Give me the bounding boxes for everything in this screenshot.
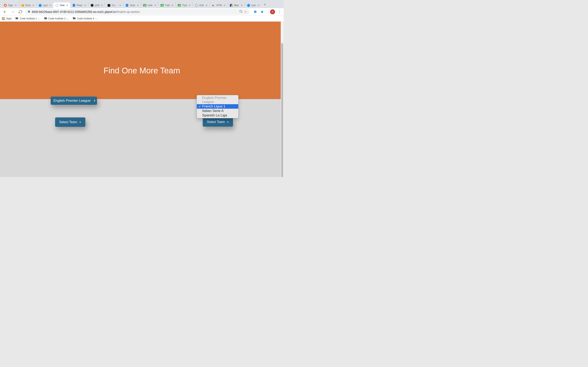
tab-close-icon[interactable]: ×	[188, 4, 191, 7]
browser-tab[interactable]: Ljun ×	[245, 2, 262, 8]
browser-tab[interactable]: Sign ×	[2, 2, 19, 8]
address-bar[interactable]: 8000-b6226aea-0697-47d5-9212-205fa6651fb…	[25, 9, 250, 15]
tab-favicon	[39, 4, 42, 7]
browser-tab[interactable]: Ljun ×	[36, 2, 53, 8]
select-team-label: Select Team	[207, 120, 225, 124]
kebab-menu-icon[interactable]: ⋮	[278, 9, 282, 14]
browser-tab[interactable]: w3 oner ×	[141, 2, 158, 8]
tab-close-icon[interactable]: ×	[257, 4, 260, 7]
tab-close-icon[interactable]: ×	[223, 4, 226, 7]
tab-close-icon[interactable]: ×	[119, 4, 121, 7]
address-toolbar: 8000-b6226aea-0697-47d5-9212-205fa6651fb…	[0, 8, 284, 16]
bookmark-folder[interactable]: Code Institute 3 -...	[73, 17, 98, 20]
profile-avatar[interactable]: G	[270, 9, 275, 14]
tab-close-icon[interactable]: ×	[32, 4, 35, 7]
tab-title: Reac	[77, 4, 82, 7]
extension-icon[interactable]	[253, 10, 257, 14]
tab-title: Ljun	[43, 4, 48, 7]
browser-tab[interactable]: One ×	[193, 2, 210, 8]
toolbar-right: G ⋮	[251, 9, 282, 14]
bookmark-folder[interactable]: Code Institute 1 -...	[15, 17, 40, 20]
apps-label: Apps	[6, 17, 12, 20]
tab-title: Sign	[8, 4, 13, 7]
dropdown-option[interactable]: Italian Serie A	[197, 109, 238, 113]
browser-tab[interactable]: w3 Tryit ×	[176, 2, 192, 8]
tab-close-icon[interactable]: ×	[154, 4, 156, 7]
svg-point-0	[240, 10, 242, 12]
caret-down-icon: ▼	[227, 121, 229, 123]
tab-favicon: w3	[160, 4, 164, 7]
tab-title: Tryit	[182, 4, 187, 7]
search-icon[interactable]	[239, 10, 242, 14]
tab-close-icon[interactable]: ×	[14, 4, 17, 7]
league-select-left[interactable]: English Premier League ▲▼	[51, 97, 97, 105]
bookmark-star-icon[interactable]: ☆	[244, 10, 247, 14]
tab-favicon	[195, 4, 198, 7]
dropdown-option[interactable]: French Ligue 1	[197, 104, 238, 109]
browser-tab[interactable]: picfl ×	[88, 2, 105, 8]
back-button[interactable]	[2, 10, 8, 14]
tab-close-icon[interactable]: ×	[136, 4, 139, 7]
apps-shortcut[interactable]: Apps	[2, 17, 12, 20]
hero-section: Find One More Team	[0, 22, 284, 99]
tab-close-icon[interactable]: ×	[171, 4, 174, 7]
tab-close-icon[interactable]: ×	[100, 4, 103, 7]
league-select-value: English Premier League	[53, 99, 90, 103]
tab-title: Blac	[234, 4, 239, 7]
forward-button[interactable]	[10, 10, 16, 14]
browser-tab-strip: Sign × Ema × Ljun × One × Reac × picfl ×…	[0, 0, 284, 8]
tab-title: Ljun	[251, 4, 256, 7]
tab-favicon	[230, 4, 233, 7]
tab-favicon	[4, 4, 7, 7]
browser-tab[interactable]: One ×	[53, 2, 70, 8]
left-selector-column: English Premier League ▲▼ Select Team ▼	[51, 97, 97, 127]
select-team-button-right[interactable]: Select Team ▼	[203, 117, 233, 127]
select-team-label: Select Team	[59, 120, 77, 124]
bookmark-folder-label: Code Institute 3 -...	[77, 17, 98, 20]
bookmarks-bar: Apps Code Institute 1 -... Code Institut…	[0, 16, 284, 22]
bookmark-folder-label: Code Institute 1 -...	[20, 17, 40, 20]
browser-tab[interactable]: ◆ HTM ×	[210, 2, 227, 8]
select-arrows-icon: ▲▼	[94, 100, 95, 102]
browser-tab[interactable]: Reac ×	[70, 2, 88, 8]
browser-tab[interactable]: Ema ×	[19, 2, 36, 8]
tab-favicon	[21, 4, 24, 7]
apps-grid-icon	[2, 17, 5, 20]
tab-favicon: ◆	[212, 4, 215, 7]
scrollbar-thumb[interactable]	[281, 43, 283, 177]
dropdown-option: English Premier League	[197, 96, 238, 104]
browser-tab[interactable]: Grac ×	[123, 2, 141, 8]
scrollbar-track[interactable]	[281, 22, 284, 177]
tab-close-icon[interactable]: ×	[205, 4, 208, 7]
bookmark-folder[interactable]: Code Institute 2 -...	[44, 17, 69, 20]
folder-icon	[44, 17, 47, 20]
reload-button[interactable]	[17, 10, 23, 14]
browser-tab[interactable]: w3 Tryit ×	[158, 2, 175, 8]
league-dropdown-menu[interactable]: English Premier LeagueFrench Ligue 1Ital…	[197, 95, 238, 118]
tab-close-icon[interactable]: ×	[84, 4, 86, 7]
bookmark-folder-label: Code Institute 2 -...	[48, 17, 69, 20]
new-tab-button[interactable]: +	[262, 1, 268, 8]
select-team-button-left[interactable]: Select Team ▼	[55, 117, 85, 127]
tab-close-icon[interactable]: ×	[49, 4, 52, 7]
caret-down-icon: ▼	[79, 121, 81, 123]
tab-favicon	[247, 4, 250, 7]
folder-icon	[73, 17, 76, 20]
dropdown-option[interactable]: Spanish La Liga	[197, 113, 238, 118]
right-selector-column: English Premier LeagueFrench Ligue 1Ital…	[198, 97, 233, 127]
tab-title: Tryit	[165, 4, 170, 7]
tab-favicon: w3	[178, 4, 181, 7]
tab-favicon	[107, 4, 111, 7]
tab-title: One	[199, 4, 204, 7]
tab-title: oner	[148, 4, 153, 7]
tab-title: Code	[112, 4, 117, 7]
tab-close-icon[interactable]: ×	[240, 4, 243, 7]
tab-title: HTM	[216, 4, 222, 7]
tab-title: Ema	[26, 4, 31, 7]
browser-tab[interactable]: Blac ×	[228, 2, 245, 8]
browser-tab[interactable]: Code ×	[105, 2, 123, 8]
divider	[267, 10, 267, 14]
url-text: 8000-b6226aea-0697-47d5-9212-205fa6651fb…	[32, 10, 238, 13]
extension-icon[interactable]	[260, 10, 264, 14]
tab-close-icon[interactable]: ×	[66, 4, 69, 7]
